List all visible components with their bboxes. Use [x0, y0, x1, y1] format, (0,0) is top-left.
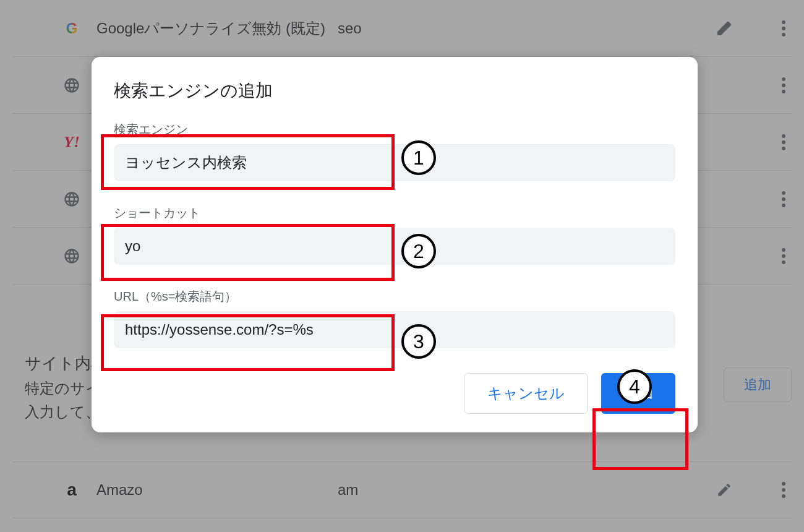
engine-name-input[interactable] [114, 144, 675, 181]
dialog-actions: キャンセル 追加 [114, 373, 675, 414]
cancel-button[interactable]: キャンセル [464, 373, 588, 414]
url-input[interactable] [114, 311, 675, 348]
url-label: URL（%s=検索語句） [114, 288, 675, 305]
add-button[interactable]: 追加 [601, 373, 675, 414]
shortcut-label: ショートカット [114, 205, 675, 221]
engine-name-label: 検索エンジン [114, 121, 675, 138]
shortcut-input[interactable] [114, 228, 675, 265]
add-search-engine-dialog: 検索エンジンの追加 検索エンジン ショートカット URL（%s=検索語句） キャ… [92, 57, 698, 432]
dialog-title: 検索エンジンの追加 [114, 79, 675, 103]
